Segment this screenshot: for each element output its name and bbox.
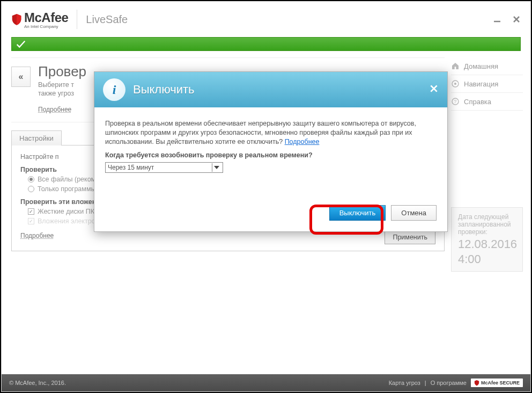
next-scan-time: 4:00 xyxy=(458,253,516,266)
shield-icon xyxy=(474,380,479,386)
dialog-title: Выключить xyxy=(133,83,195,97)
sidebar: Домашняя Навигация ? Справка Дата следую… xyxy=(445,57,530,374)
cancel-button[interactable]: Отмена xyxy=(391,205,437,221)
footer: © McAfee, Inc., 2016. Карта угроз | О пр… xyxy=(2,374,530,391)
sidebar-item-label: Навигация xyxy=(464,80,498,88)
dialog-header: i Выключить xyxy=(94,72,447,107)
sidebar-item-label: Справка xyxy=(464,98,491,106)
svg-point-4 xyxy=(454,83,456,85)
threat-map-link[interactable]: Карта угроз xyxy=(389,380,420,386)
svg-text:?: ? xyxy=(454,99,457,104)
product-name: LiveSafe xyxy=(86,13,128,26)
brand-name: McAfee xyxy=(24,10,68,25)
disable-button[interactable]: Выключить xyxy=(329,205,386,221)
info-icon: i xyxy=(103,78,125,101)
radio-icon xyxy=(28,186,34,192)
radio-icon xyxy=(28,176,34,183)
close-icon[interactable] xyxy=(512,15,521,24)
chevron-down-icon xyxy=(212,163,220,172)
compass-icon xyxy=(451,79,460,88)
sidebar-item-label: Домашняя xyxy=(464,62,498,70)
dialog-more-link[interactable]: Подробнее xyxy=(285,138,320,145)
next-scan-label: Дата следующей запланированной проверки: xyxy=(458,213,516,236)
tab-settings[interactable]: Настройки xyxy=(11,130,62,145)
secure-badge: McAfee SECURE xyxy=(471,379,523,387)
next-scan-date: 12.08.2016 xyxy=(458,238,516,251)
checkbox-icon: ✓ xyxy=(28,218,34,224)
dialog-message: Проверка в реальном времени обеспечивает… xyxy=(105,119,437,147)
more-link[interactable]: Подробнее xyxy=(38,106,71,117)
dialog-body: Проверка в реальном времени обеспечивает… xyxy=(94,107,447,231)
resume-time-select[interactable]: Через 15 минут xyxy=(105,162,223,173)
minimize-icon[interactable] xyxy=(493,15,501,24)
checkmark-icon xyxy=(15,38,27,50)
shield-icon xyxy=(11,13,22,26)
close-icon xyxy=(429,84,439,93)
title-bar: McAfee An Intel Company LiveSafe xyxy=(2,2,530,37)
checkbox-icon: ✓ xyxy=(28,208,34,215)
next-scan-card: Дата следующей запланированной проверки:… xyxy=(451,207,523,272)
home-icon xyxy=(451,62,460,70)
help-icon: ? xyxy=(451,97,460,106)
copyright: © McAfee, Inc., 2016. xyxy=(9,380,66,386)
disable-dialog: i Выключить Проверка в реальном времени … xyxy=(94,71,448,232)
dialog-close-button[interactable] xyxy=(429,84,439,96)
sidebar-item-help[interactable]: ? Справка xyxy=(451,93,523,111)
about-link[interactable]: О программе xyxy=(431,380,467,386)
select-value: Через 15 минут xyxy=(108,164,154,171)
sidebar-item-navigation[interactable]: Навигация xyxy=(451,75,523,93)
app-window: McAfee An Intel Company LiveSafe « Прове… xyxy=(1,1,531,392)
back-button[interactable]: « xyxy=(11,67,31,87)
brand-logo: McAfee An Intel Company xyxy=(11,10,68,29)
status-bar xyxy=(11,37,521,51)
divider xyxy=(77,10,77,29)
apply-button[interactable]: Применить xyxy=(385,230,435,244)
panel-more-link[interactable]: Подробнее xyxy=(20,232,54,243)
sidebar-item-home[interactable]: Домашняя xyxy=(451,57,523,75)
dialog-question: Когда требуется возобновить проверку в р… xyxy=(105,151,437,160)
